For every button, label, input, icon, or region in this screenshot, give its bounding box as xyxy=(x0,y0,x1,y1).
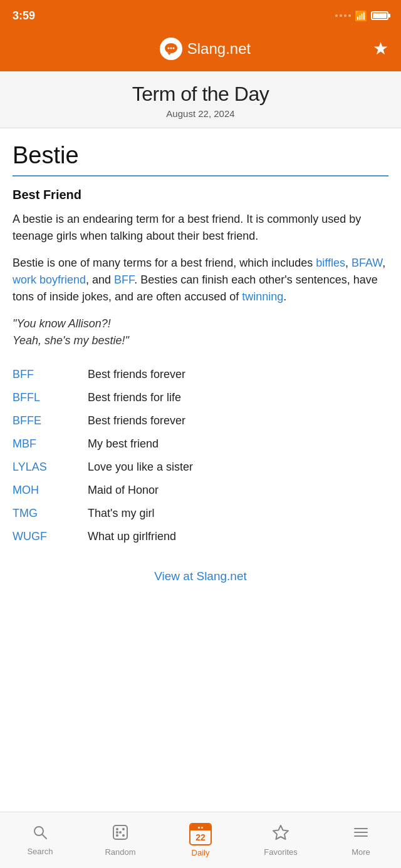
related-term-row: BFF Best friends forever xyxy=(13,363,388,386)
nav-label-more: More xyxy=(352,847,370,857)
logo-suffix: .net xyxy=(226,40,251,57)
daily-calendar-body: 22 xyxy=(190,830,211,844)
link-bff[interactable]: BFF xyxy=(114,273,134,286)
search-icon xyxy=(32,824,48,844)
bottom-spacer xyxy=(0,608,401,671)
term-of-day-title: Term of the Day xyxy=(13,83,388,106)
related-abbr[interactable]: LYLAS xyxy=(13,461,88,474)
related-abbr[interactable]: TMG xyxy=(13,507,88,520)
related-meaning: Love you like a sister xyxy=(88,461,388,474)
related-term-row: WUGF What up girlfriend xyxy=(13,525,388,548)
logo-bubble xyxy=(160,38,182,60)
related-term-row: MBF My best friend xyxy=(13,432,388,456)
daily-calendar-icon: 22 xyxy=(189,823,212,845)
related-abbr[interactable]: MOH xyxy=(13,484,88,497)
dot-1 xyxy=(198,827,200,829)
daily-calendar-dots xyxy=(198,827,203,829)
svg-point-13 xyxy=(116,831,118,834)
status-bar: 3:59 📶 xyxy=(0,0,401,31)
related-meaning: What up girlfriend xyxy=(88,530,388,543)
logo-slang: Slang xyxy=(187,40,226,57)
term-of-day-section: Term of the Day August 22, 2024 xyxy=(0,71,401,128)
link-biffles[interactable]: biffles xyxy=(316,257,345,269)
nav-item-favorites[interactable]: Favorites xyxy=(241,812,321,868)
related-terms-table: BFF Best friends forever BFFL Best frien… xyxy=(13,363,388,548)
view-at-slang-link[interactable]: View at Slang.net xyxy=(154,569,247,583)
status-icons: 📶 xyxy=(335,10,388,22)
daily-calendar-header xyxy=(190,824,211,830)
link-work-boyfriend[interactable]: work boyfriend xyxy=(13,273,86,286)
related-meaning: Best friends for life xyxy=(88,391,388,404)
nav-item-search[interactable]: Search xyxy=(0,812,80,868)
nav-label-favorites: Favorites xyxy=(264,847,297,857)
nav-item-more[interactable]: More xyxy=(321,812,401,868)
related-term-row: BFFL Best friends for life xyxy=(13,386,388,409)
logo-chat-icon xyxy=(164,43,178,55)
bottom-nav: Search Random 22 xyxy=(0,812,401,868)
nav-label-daily: Daily xyxy=(192,848,210,857)
related-meaning: Best friends forever xyxy=(88,368,388,381)
logo-text: Slang.net xyxy=(187,40,251,58)
svg-point-4 xyxy=(172,48,174,49)
related-meaning: Maid of Honor xyxy=(88,484,388,497)
term-of-day-date: August 22, 2024 xyxy=(13,108,388,119)
battery-icon xyxy=(371,11,388,20)
svg-point-11 xyxy=(122,834,125,837)
related-abbr[interactable]: BFF xyxy=(13,368,88,381)
svg-point-3 xyxy=(170,48,172,49)
related-abbr[interactable]: BFFE xyxy=(13,414,88,427)
svg-point-8 xyxy=(116,828,118,830)
status-time: 3:59 xyxy=(13,9,35,23)
main-content: Bestie Best Friend A bestie is an endear… xyxy=(0,128,401,608)
related-abbr[interactable]: BFFL xyxy=(13,391,88,404)
dot-2 xyxy=(201,827,203,829)
term-quote: "You know Allison?!Yeah, she's my bestie… xyxy=(13,315,388,349)
term-description-2: Bestie is one of many terms for a best f… xyxy=(13,255,388,305)
app-header: Slang.net ★ xyxy=(0,31,401,71)
svg-point-12 xyxy=(119,831,122,834)
related-meaning: Best friends forever xyxy=(88,414,388,427)
related-term-row: BFFE Best friends forever xyxy=(13,409,388,432)
link-bfaw[interactable]: BFAW xyxy=(352,257,382,269)
svg-point-9 xyxy=(122,828,125,830)
svg-line-6 xyxy=(43,835,47,839)
related-meaning: My best friend xyxy=(88,437,388,451)
term-definition-title: Best Friend xyxy=(13,188,388,202)
nav-item-daily[interactable]: 22 Daily xyxy=(160,812,241,868)
term-word: Bestie xyxy=(13,142,388,169)
random-icon xyxy=(112,824,129,845)
link-twinning[interactable]: twinning xyxy=(242,290,283,303)
signal-icon xyxy=(335,14,351,17)
daily-number: 22 xyxy=(195,832,206,842)
nav-label-random: Random xyxy=(105,847,135,857)
more-icon xyxy=(352,824,370,845)
related-meaning: That's my girl xyxy=(88,507,388,520)
nav-item-random[interactable]: Random xyxy=(80,812,160,868)
favorites-star-icon[interactable]: ★ xyxy=(373,40,388,58)
related-abbr[interactable]: WUGF xyxy=(13,530,88,543)
svg-point-2 xyxy=(167,48,169,49)
view-link-container: View at Slang.net xyxy=(13,563,388,596)
related-term-row: MOH Maid of Honor xyxy=(13,479,388,502)
nav-label-search: Search xyxy=(27,847,53,856)
related-term-row: TMG That's my girl xyxy=(13,502,388,525)
favorites-icon xyxy=(272,824,289,845)
svg-point-10 xyxy=(116,834,118,837)
header-logo: Slang.net xyxy=(38,38,373,60)
wifi-icon: 📶 xyxy=(355,10,367,22)
related-term-row: LYLAS Love you like a sister xyxy=(13,456,388,479)
term-description-1: A bestie is an endearing term for a best… xyxy=(13,211,388,245)
term-divider xyxy=(13,175,388,176)
related-abbr[interactable]: MBF xyxy=(13,437,88,451)
svg-marker-14 xyxy=(273,825,288,839)
